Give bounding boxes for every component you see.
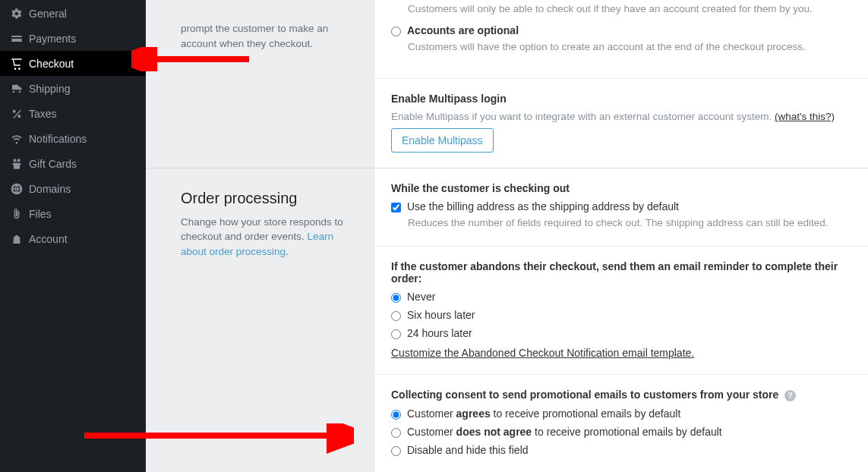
billing-as-shipping-option[interactable]: Use the billing address as the shipping …: [391, 200, 851, 212]
customize-abandon-template-link[interactable]: Customize the Abandoned Checkout Notific…: [391, 347, 694, 359]
radio-consent-disable[interactable]: [391, 446, 401, 456]
sidebar-item-shipping[interactable]: Shipping: [0, 76, 146, 101]
section-desc-fragment: prompt the customer to make an account w…: [181, 21, 352, 51]
sidebar-item-general[interactable]: General: [0, 1, 146, 26]
accounts-required-desc: Customers will only be able to check out…: [408, 2, 851, 17]
radio-abandon-24h[interactable]: [391, 329, 401, 339]
abandon-option-24h[interactable]: 24 hours later: [391, 327, 851, 339]
sidebar-label: Payments: [29, 33, 76, 45]
checkbox-billing-shipping[interactable]: [391, 203, 401, 212]
sidebar-item-account[interactable]: Account: [0, 226, 146, 251]
truck-icon: [11, 83, 29, 95]
percent-icon: [11, 108, 29, 120]
sidebar-label: General: [29, 8, 67, 20]
bag-icon: [11, 233, 29, 245]
payments-icon: [11, 33, 29, 45]
settings-sidebar: General Payments Checkout Shipping Taxes…: [0, 0, 146, 472]
sidebar-label: Domains: [29, 183, 71, 195]
sidebar-label: Account: [29, 233, 68, 245]
section-order-processing: Order processing Change how your store r…: [146, 168, 868, 473]
whats-this-link[interactable]: (what's this?): [775, 111, 835, 122]
abandon-block-title: If the customer abandons their checkout,…: [391, 260, 851, 285]
radio-abandon-never[interactable]: [391, 293, 401, 303]
main-content: prompt the customer to make an account w…: [146, 0, 868, 472]
sidebar-label: Notifications: [29, 133, 87, 145]
sidebar-item-checkout[interactable]: Checkout: [0, 51, 146, 76]
section-desc: Change how your store responds to checko…: [181, 215, 352, 260]
enable-multipass-button[interactable]: Enable Multipass: [391, 128, 494, 153]
gift-icon: [11, 158, 29, 170]
consent-block-title: Collecting consent to send promotional e…: [391, 389, 851, 401]
sidebar-label: Shipping: [29, 83, 71, 95]
radio-accounts-optional[interactable]: [391, 27, 401, 36]
help-icon[interactable]: ?: [784, 390, 796, 401]
wifi-icon: [11, 133, 29, 145]
sidebar-item-files[interactable]: Files: [0, 201, 146, 226]
sidebar-label: Checkout: [29, 58, 74, 70]
sidebar-item-notifications[interactable]: Notifications: [0, 126, 146, 151]
sidebar-label: Gift Cards: [29, 158, 77, 170]
sidebar-label: Files: [29, 208, 52, 220]
option-label: Six hours later: [407, 309, 475, 321]
sidebar-item-payments[interactable]: Payments: [0, 26, 146, 51]
radio-consent-disagree[interactable]: [391, 428, 401, 438]
radio-abandon-6h[interactable]: [391, 311, 401, 321]
checkout-block-title: While the customer is checking out: [391, 182, 851, 194]
section-customer-accounts: prompt the customer to make an account w…: [146, 0, 868, 168]
radio-consent-agree[interactable]: [391, 410, 401, 420]
multipass-desc: Enable Multipass if you want to integrat…: [391, 111, 851, 122]
section-title: Order processing: [181, 190, 352, 207]
cart-icon: [11, 58, 29, 70]
option-label: Accounts are optional: [407, 24, 519, 36]
billing-shipping-desc: Reduces the number of fields required to…: [408, 216, 851, 231]
sidebar-item-taxes[interactable]: Taxes: [0, 101, 146, 126]
consent-option-disagree[interactable]: Customer does not agree to receive promo…: [391, 426, 851, 438]
consent-option-agree[interactable]: Customer agrees to receive promotional e…: [391, 407, 851, 420]
globe-icon: [11, 183, 29, 195]
clip-icon: [11, 208, 29, 220]
option-label: Customer does not agree to receive promo…: [407, 426, 722, 438]
option-label: Never: [407, 291, 435, 303]
option-label: Use the billing address as the shipping …: [407, 200, 679, 212]
accounts-optional-desc: Customers will have the option to create…: [408, 39, 851, 55]
abandon-option-6h[interactable]: Six hours later: [391, 309, 851, 321]
multipass-title: Enable Multipass login: [391, 93, 851, 105]
abandon-option-never[interactable]: Never: [391, 291, 851, 303]
consent-option-disable[interactable]: Disable and hide this field: [391, 444, 851, 456]
option-label: 24 hours later: [407, 327, 472, 339]
option-label: Customer agrees to receive promotional e…: [407, 407, 680, 420]
option-label: Disable and hide this field: [407, 444, 529, 456]
sidebar-item-domains[interactable]: Domains: [0, 176, 146, 201]
sidebar-label: Taxes: [29, 108, 57, 120]
accounts-optional-option[interactable]: Accounts are optional: [391, 24, 851, 36]
sidebar-item-gift-cards[interactable]: Gift Cards: [0, 151, 146, 176]
gear-icon: [11, 8, 29, 20]
